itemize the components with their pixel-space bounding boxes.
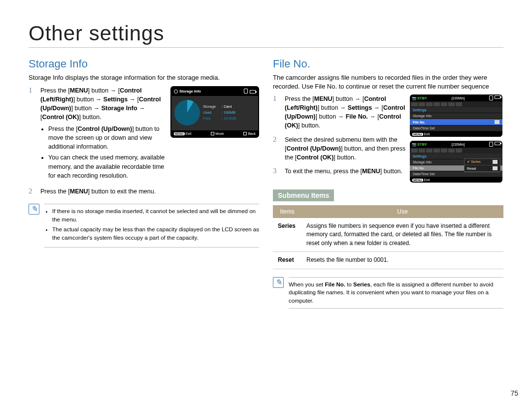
step-number: 2 [29, 187, 35, 196]
note-bullet: If there is no storage media inserted, i… [52, 207, 259, 223]
t: Press the [ [40, 87, 70, 94]
check-icon: ✔ [467, 160, 470, 163]
t: ] button → [ [88, 87, 120, 94]
list-item: Storage Info [410, 113, 502, 119]
t: Control (OK) [42, 114, 79, 121]
t: Press the [ [48, 125, 78, 132]
fileno-intro: The camcorder assigns file numbers to re… [273, 73, 503, 91]
exit-label: Exit [186, 132, 192, 135]
t: MENU [362, 168, 380, 175]
cell-item: Reset [273, 252, 301, 269]
submenu-item-selected: ✔ Series [465, 159, 500, 165]
t: to [345, 281, 353, 287]
fileno-step-1: 1 Press the [MENU] button → [Control (Le… [273, 94, 406, 130]
camera-icon: 📷 [412, 142, 416, 147]
fileno-note: ✎ When you set File No. to Series, each … [273, 277, 503, 309]
note-icon: ✎ [29, 204, 39, 215]
battery-icon [495, 95, 500, 99]
t: Series [353, 281, 370, 287]
free-label: Free [203, 116, 222, 122]
tab-strip [410, 148, 502, 154]
col-items: Items [273, 205, 301, 218]
exit-label: Exit [424, 178, 430, 182]
t: File No. [346, 113, 368, 120]
cell-use: Assigns file numbers in sequence even if… [301, 218, 503, 252]
storage-device-screenshot: Storage Info Storage: Card Used: 190MB F… [170, 86, 259, 138]
menu-key-icon: MENU [412, 179, 423, 182]
settings-header: Settings [410, 107, 502, 113]
t: Control (Up/Down) [286, 145, 340, 152]
sdcard-icon [244, 89, 248, 94]
storage-label: Storage [203, 104, 222, 110]
move-label: Move [215, 132, 224, 135]
submenu-table: Items Use Series Assigns file numbers in… [273, 205, 503, 269]
t: Control (OK) [297, 154, 333, 161]
t: ] button. [380, 168, 402, 175]
bullet: Press the [Control (Up/Down)] button to … [48, 125, 166, 151]
move-icon [211, 132, 214, 135]
fileno-heading: File No. [273, 58, 503, 70]
sdcard-icon [489, 142, 493, 147]
back-icon [243, 132, 247, 135]
t: Press the [ [40, 188, 70, 195]
t: Press the [ [285, 95, 314, 102]
t: MENU [70, 87, 88, 94]
fileno-step-3: 3 To exit the menu, press the [MENU] but… [273, 167, 406, 176]
t: ] button → [73, 96, 103, 103]
t: ] button. [333, 154, 356, 161]
t: ] button to exit the menu. [88, 188, 156, 195]
storage-intro: Storage Info displays the storage inform… [29, 73, 259, 82]
submenu-item: Reset [465, 165, 500, 172]
storage-value: : Card [222, 104, 232, 109]
sdcard-icon [489, 95, 493, 100]
page-number: 75 [510, 389, 518, 397]
t: → [ [368, 113, 379, 120]
stby-label: STBY [417, 142, 427, 147]
t: ] button → [71, 105, 101, 112]
gear-icon [174, 90, 178, 94]
t: Storage Info [101, 105, 137, 112]
folder-icon [493, 166, 498, 170]
list-item: Date/Time Set [410, 125, 502, 131]
step-number: 1 [273, 94, 280, 130]
tab-strip [410, 101, 502, 107]
battery-icon [495, 142, 500, 145]
storage-pie-chart [174, 100, 200, 125]
t: Control (Up/Down) [78, 125, 132, 132]
storage-step-2: 2 Press the [MENU] button to exit the me… [29, 187, 259, 196]
step-number: 3 [273, 167, 280, 176]
fileno-section: File No. The camcorder assigns file numb… [273, 58, 503, 309]
cell-use: Resets the file number to 0001. [301, 252, 503, 269]
t: Reset [467, 167, 476, 170]
minutes-label: [220Min] [452, 96, 465, 100]
used-value: : 190MB [222, 110, 235, 115]
step-number: 2 [273, 135, 280, 162]
t: To exit the menu, press the [ [285, 168, 362, 175]
storage-step-1: 1 Press the [MENU] button → [Control (Le… [29, 86, 166, 182]
stby-label: STBY [417, 96, 427, 100]
free-value: : 14.6GB [222, 116, 236, 121]
storage-note: ✎ If there is no storage media inserted,… [29, 204, 259, 248]
t: Series [471, 160, 481, 163]
exit-label: Exit [424, 132, 430, 136]
bullet: You can check the used memory, available… [48, 153, 166, 180]
list-item-selected: File No. [410, 119, 502, 125]
camera-icon: 📷 [412, 96, 416, 100]
minutes-label: [220Min] [452, 143, 465, 146]
t: ] button → [318, 104, 348, 111]
submenu-items-heading: Submenu Items [273, 189, 334, 201]
back-label: Back [248, 132, 256, 135]
t: ] button. [298, 122, 320, 129]
folder-icon [495, 120, 499, 124]
battery-icon [250, 90, 256, 94]
col-use: Use [301, 205, 503, 218]
t: MENU [314, 95, 332, 102]
fileno-step-2: 2 Select the desired submenu item with t… [273, 135, 406, 162]
used-label: Used [203, 110, 222, 116]
t: File No. [413, 121, 425, 124]
page-title: Other settings [29, 22, 503, 48]
t: MENU [70, 188, 88, 195]
step-number: 1 [29, 86, 35, 182]
t: ] button. [79, 114, 101, 121]
t: ] button → [ [332, 95, 365, 102]
